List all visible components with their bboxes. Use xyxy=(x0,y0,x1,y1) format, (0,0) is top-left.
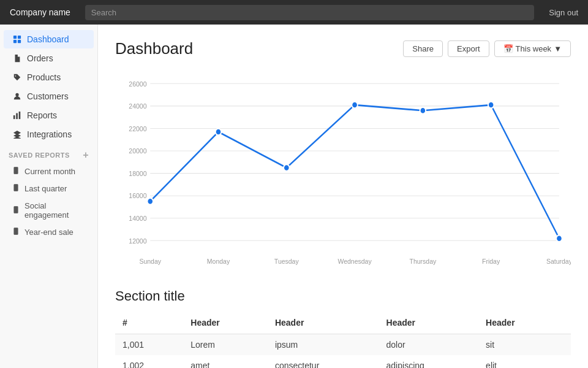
brand-name: Company name xyxy=(10,7,70,17)
bar-icon xyxy=(12,110,22,120)
table-cell: sit xyxy=(478,334,571,356)
svg-rect-1 xyxy=(18,36,21,39)
saved-report-social-engagement[interactable]: Social engagement xyxy=(4,197,94,223)
saved-report-label: Last quarter xyxy=(24,184,67,193)
svg-text:24000: 24000 xyxy=(129,102,146,110)
table-header: Header xyxy=(478,312,571,334)
table-cell: consectetur xyxy=(268,355,379,368)
doc-icon xyxy=(12,53,22,63)
share-button[interactable]: Share xyxy=(403,40,443,57)
svg-text:Saturday: Saturday xyxy=(546,257,571,265)
this-week-button[interactable]: 📅 This week ▼ xyxy=(494,40,571,57)
grid-icon xyxy=(12,34,22,44)
saved-reports-label: Saved Reports xyxy=(9,151,70,159)
saved-report-label: Year-end sale xyxy=(24,228,74,237)
sidebar-item-label: Customers xyxy=(27,91,69,101)
section-title: Section title xyxy=(115,288,571,304)
report-icon xyxy=(12,206,20,215)
chevron-down-icon: ▼ xyxy=(554,44,562,53)
svg-rect-6 xyxy=(16,113,18,120)
svg-text:14000: 14000 xyxy=(129,214,146,222)
add-report-icon[interactable]: + xyxy=(83,150,89,160)
sidebar-item-dashboard[interactable]: Dashboard xyxy=(4,30,94,48)
chart-container: 1200014000160001800020000220002400026000… xyxy=(115,71,571,269)
layout: Dashboard Orders Products Customers Repo… xyxy=(0,25,588,368)
saved-report-year-end-sale[interactable]: Year-end sale xyxy=(4,224,94,240)
saved-reports-section: Saved Reports + xyxy=(0,144,97,163)
sidebar-item-label: Integrations xyxy=(27,129,72,139)
svg-text:Friday: Friday xyxy=(482,257,500,265)
search-input[interactable] xyxy=(85,5,534,20)
svg-text:16000: 16000 xyxy=(129,192,146,200)
table-header: Header xyxy=(379,312,479,334)
sidebar-item-reports[interactable]: Reports xyxy=(4,106,94,125)
svg-text:Tuesday: Tuesday xyxy=(274,257,299,265)
table-header: # xyxy=(115,312,183,334)
table-cell: elit xyxy=(478,355,571,368)
export-button[interactable]: Export xyxy=(448,40,489,57)
svg-point-36 xyxy=(216,129,222,136)
topbar: Company name Sign out xyxy=(0,0,588,25)
header-actions: Share Export 📅 This week ▼ xyxy=(403,40,571,57)
search-container xyxy=(85,5,534,20)
saved-report-label: Current month xyxy=(24,167,75,176)
table-cell: Lorem xyxy=(183,334,268,356)
saved-report-label: Social engagement xyxy=(24,201,85,220)
svg-text:20000: 20000 xyxy=(129,147,146,155)
sidebar-item-label: Products xyxy=(27,72,61,82)
layers-icon xyxy=(12,129,22,139)
sidebar-item-label: Reports xyxy=(27,110,57,120)
report-icon xyxy=(12,228,20,237)
table-header: Header xyxy=(183,312,268,334)
table-row: 1,001Loremipsumdolorsit xyxy=(115,334,571,356)
table-cell: ipsum xyxy=(268,334,379,356)
svg-text:Monday: Monday xyxy=(207,257,230,265)
sidebar-item-orders[interactable]: Orders xyxy=(4,49,94,67)
data-table: #HeaderHeaderHeaderHeader 1,001Loremipsu… xyxy=(115,312,571,368)
table-header: Header xyxy=(268,312,379,334)
table-cell: dolor xyxy=(379,334,479,356)
report-icon xyxy=(12,184,20,193)
svg-point-38 xyxy=(352,102,358,109)
table-cell: amet xyxy=(183,355,268,368)
page-title: Dashboard xyxy=(115,39,193,58)
person-icon xyxy=(12,91,22,101)
sidebar-item-products[interactable]: Products xyxy=(4,68,94,86)
svg-point-35 xyxy=(147,198,153,205)
saved-report-last-quarter[interactable]: Last quarter xyxy=(4,180,94,197)
svg-text:12000: 12000 xyxy=(129,237,146,245)
table-cell: 1,001 xyxy=(115,334,183,356)
sidebar-item-label: Dashboard xyxy=(27,34,69,44)
main-content: Dashboard Share Export 📅 This week ▼ 120… xyxy=(98,25,588,368)
svg-point-39 xyxy=(420,107,426,114)
svg-rect-5 xyxy=(13,115,15,119)
svg-rect-0 xyxy=(13,36,17,39)
page-header: Dashboard Share Export 📅 This week ▼ xyxy=(115,39,571,58)
svg-text:18000: 18000 xyxy=(129,169,146,177)
svg-text:22000: 22000 xyxy=(129,125,146,132)
svg-rect-7 xyxy=(19,112,21,119)
svg-point-41 xyxy=(556,235,562,242)
table-cell: 1,002 xyxy=(115,355,183,368)
svg-point-37 xyxy=(284,164,290,171)
report-icon xyxy=(12,167,20,176)
svg-text:Wednesday: Wednesday xyxy=(337,257,372,265)
table-row: 1,002ametconsecteturadipiscingelit xyxy=(115,355,571,368)
tag-icon xyxy=(12,72,22,82)
calendar-icon: 📅 xyxy=(503,44,513,53)
svg-text:26000: 26000 xyxy=(129,80,146,88)
svg-text:Sunday: Sunday xyxy=(139,257,161,265)
saved-report-current-month[interactable]: Current month xyxy=(4,163,94,180)
table-cell: adipiscing xyxy=(379,355,479,368)
sidebar-item-integrations[interactable]: Integrations xyxy=(4,125,94,144)
sidebar-item-label: Orders xyxy=(27,53,53,63)
sidebar: Dashboard Orders Products Customers Repo… xyxy=(0,25,98,368)
svg-point-4 xyxy=(15,93,18,96)
signout-button[interactable]: Sign out xyxy=(549,8,578,17)
svg-text:Thursday: Thursday xyxy=(410,257,437,265)
sidebar-item-customers[interactable]: Customers xyxy=(4,87,94,105)
svg-rect-3 xyxy=(18,40,21,43)
svg-rect-2 xyxy=(13,40,17,43)
line-chart: 1200014000160001800020000220002400026000… xyxy=(115,71,571,267)
svg-point-40 xyxy=(488,102,494,109)
